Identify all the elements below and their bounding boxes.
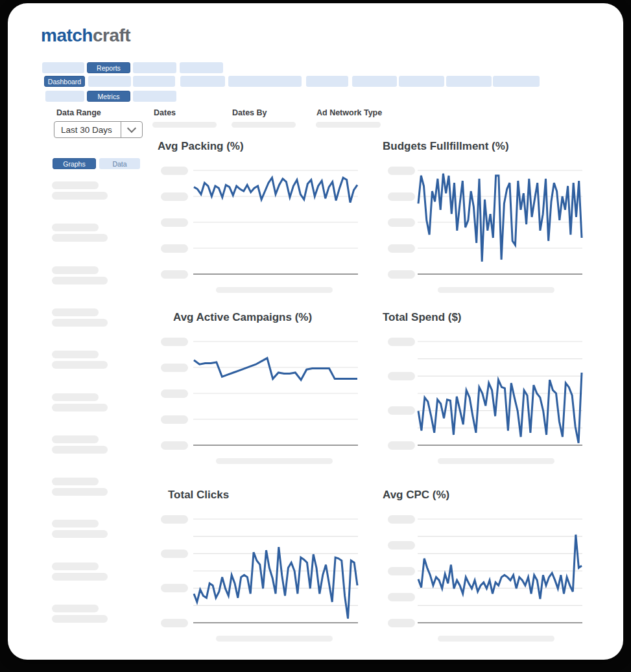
series-line bbox=[194, 358, 357, 380]
series-line bbox=[194, 178, 357, 202]
sidebar-item-skeleton bbox=[52, 351, 99, 358]
tab-data[interactable]: Data bbox=[99, 158, 140, 169]
logo-craft: craft bbox=[93, 25, 130, 45]
nav-item-skeleton[interactable] bbox=[306, 76, 348, 87]
sidebar-item-skeleton bbox=[52, 530, 108, 538]
data-range-label: Data Range bbox=[56, 108, 101, 117]
sidebar-item-skeleton bbox=[52, 277, 108, 284]
sidebar-item-skeleton bbox=[52, 192, 108, 200]
nav-item-skeleton[interactable] bbox=[133, 91, 176, 102]
line-chart-plot bbox=[193, 169, 358, 277]
chart-title: Total Clicks bbox=[168, 489, 229, 502]
y-axis-label-skeleton bbox=[161, 515, 188, 524]
nav-item-skeleton[interactable] bbox=[228, 76, 302, 87]
y-axis-label-skeleton bbox=[161, 550, 188, 558]
chart-avg-packing: Avg Packing (%) bbox=[158, 137, 360, 299]
line-chart-plot bbox=[418, 518, 582, 625]
nav-item-skeleton[interactable] bbox=[399, 76, 444, 87]
y-axis-label-skeleton bbox=[388, 192, 415, 201]
y-axis-label-skeleton bbox=[388, 372, 415, 380]
x-axis-label-skeleton bbox=[438, 636, 554, 642]
y-axis-label-skeleton bbox=[388, 406, 415, 415]
series-line bbox=[418, 535, 582, 599]
sidebar-item-skeleton bbox=[52, 224, 99, 231]
y-axis-label-skeleton bbox=[388, 270, 415, 279]
sidebar-item-skeleton bbox=[52, 266, 99, 274]
y-axis-label-skeleton bbox=[388, 167, 415, 175]
x-axis-label-skeleton bbox=[438, 458, 554, 464]
ad-network-type-label: Ad Network Type bbox=[316, 108, 382, 117]
nav-item-skeleton[interactable] bbox=[133, 76, 175, 87]
y-axis-label-skeleton bbox=[161, 218, 188, 227]
chevron-down-icon[interactable] bbox=[121, 122, 142, 137]
chart-title: Avg Active Campaigns (%) bbox=[173, 311, 312, 324]
y-axis-label-skeleton bbox=[388, 244, 415, 253]
sidebar-item-skeleton bbox=[52, 488, 108, 496]
data-range-value: Last 30 Days bbox=[54, 125, 121, 135]
nav-item-skeleton[interactable] bbox=[180, 76, 225, 87]
chart-title: Avg Packing (%) bbox=[158, 140, 244, 153]
nav-item-skeleton[interactable] bbox=[180, 62, 223, 73]
y-axis-label-skeleton bbox=[388, 567, 415, 575]
y-axis-label-skeleton bbox=[161, 441, 188, 450]
nav-item-skeleton[interactable] bbox=[45, 91, 84, 102]
tab-graphs[interactable]: Graphs bbox=[53, 158, 96, 169]
dates-value-skeleton bbox=[152, 122, 217, 128]
chart-title: Total Spend ($) bbox=[383, 311, 462, 324]
chart-total-spend: Total Spend ($) bbox=[383, 308, 585, 470]
sidebar-item-skeleton bbox=[52, 404, 108, 411]
series-line bbox=[194, 547, 357, 618]
nav-button-dashboard[interactable]: Dashboard bbox=[44, 76, 85, 87]
chart-title: Budgets Fullfillment (%) bbox=[383, 140, 509, 153]
y-axis-label-skeleton bbox=[388, 218, 415, 227]
nav-button-metrics[interactable]: Metrics bbox=[87, 91, 130, 102]
y-axis-label-skeleton bbox=[388, 593, 415, 601]
sidebar-item-skeleton bbox=[52, 234, 108, 242]
data-range-select[interactable]: Last 30 Days bbox=[54, 121, 143, 138]
nav-item-skeleton[interactable] bbox=[133, 62, 176, 73]
y-axis-label-skeleton bbox=[161, 270, 188, 279]
y-axis-label-skeleton bbox=[388, 541, 415, 550]
y-axis-label-skeleton bbox=[161, 338, 188, 346]
y-axis-label-skeleton bbox=[388, 619, 415, 627]
nav-item-skeleton[interactable] bbox=[352, 76, 397, 87]
chart-total-clicks: Total Clicks bbox=[158, 485, 360, 647]
line-chart-plot bbox=[418, 169, 582, 277]
chart-title: Avg CPC (%) bbox=[383, 489, 449, 502]
nav-item-skeleton[interactable] bbox=[88, 76, 131, 87]
sidebar-item-skeleton bbox=[52, 319, 108, 327]
y-axis-label-skeleton bbox=[161, 364, 188, 372]
chart-avg-cpc: Avg CPC (%) bbox=[383, 485, 585, 647]
x-axis-label-skeleton bbox=[216, 287, 333, 293]
sidebar-item-skeleton bbox=[52, 562, 99, 570]
sidebar-item-skeleton bbox=[52, 446, 108, 454]
line-chart-plot bbox=[193, 340, 358, 448]
y-axis-label-skeleton bbox=[388, 338, 415, 346]
y-axis-label-skeleton bbox=[161, 389, 188, 398]
sidebar-item-skeleton bbox=[52, 478, 99, 485]
matchcraft-logo: matchcraft bbox=[41, 25, 130, 46]
sidebar-item-skeleton bbox=[52, 520, 99, 527]
dates-label: Dates bbox=[154, 108, 176, 117]
ad-network-type-value-skeleton bbox=[316, 122, 381, 128]
x-axis-label-skeleton bbox=[438, 287, 554, 293]
sidebar-item-skeleton bbox=[52, 605, 99, 612]
y-axis-label-skeleton bbox=[161, 415, 188, 424]
y-axis-label-skeleton bbox=[161, 244, 188, 253]
y-axis-label-skeleton bbox=[161, 192, 188, 201]
sidebar-item-skeleton bbox=[52, 615, 108, 623]
y-axis-label-skeleton bbox=[161, 167, 188, 175]
nav-item-skeleton[interactable] bbox=[493, 76, 540, 87]
nav-item-skeleton[interactable] bbox=[446, 76, 492, 87]
dashboard-card: matchcraft ReportsDashboardMetrics Data … bbox=[8, 3, 623, 660]
line-chart-plot bbox=[418, 340, 582, 448]
y-axis-label-skeleton bbox=[388, 441, 415, 450]
x-axis-label-skeleton bbox=[216, 458, 333, 464]
sidebar-item-skeleton bbox=[52, 393, 99, 401]
y-axis-label-skeleton bbox=[161, 584, 188, 592]
nav-item-skeleton[interactable] bbox=[42, 62, 84, 73]
sidebar-item-skeleton bbox=[52, 308, 99, 316]
sidebar-item-skeleton bbox=[52, 361, 108, 369]
nav-button-reports[interactable]: Reports bbox=[87, 62, 130, 73]
dates-by-label: Dates By bbox=[232, 108, 267, 117]
